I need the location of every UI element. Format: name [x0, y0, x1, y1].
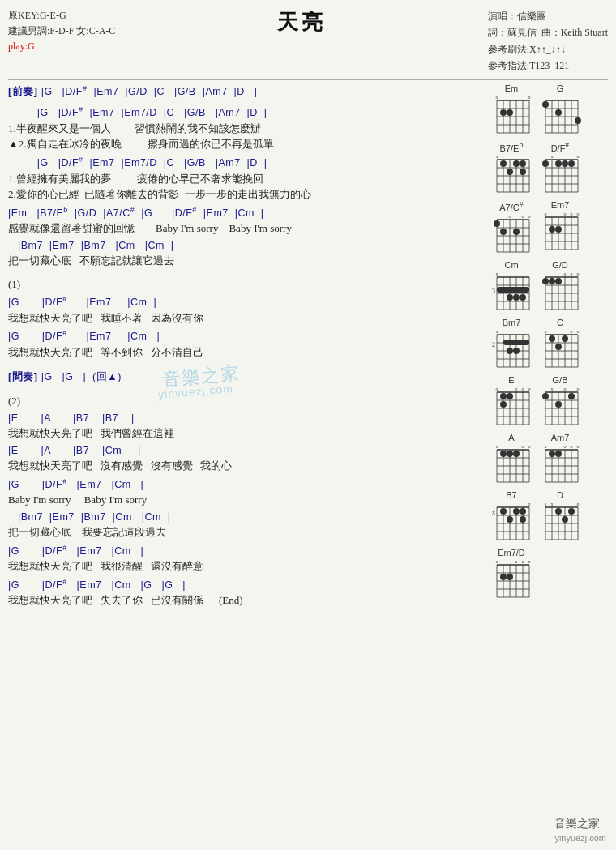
chord-bm7-label: Bm7 [503, 318, 521, 327]
svg-point-42 [520, 160, 526, 167]
svg-point-245 [500, 508, 507, 515]
svg-point-60 [568, 160, 575, 167]
svg-text:o: o [571, 271, 573, 276]
section-chorus2-c6: |G |D/F# |Em7 |Cm |G |G | 我想就快天亮了吧 失去了你 … [8, 577, 486, 609]
performer: 演唱：信樂團 [488, 8, 608, 24]
svg-point-12 [507, 109, 513, 116]
chord-row-a-am7: A [490, 433, 608, 485]
svg-text:o: o [509, 214, 511, 219]
chord-e-label: E [508, 375, 514, 385]
chorus1-lyric1: 我想就快天亮了吧 我睡不著 因為沒有你 [8, 310, 486, 327]
svg-text:o: o [571, 444, 573, 449]
svg-text:2: 2 [492, 341, 495, 348]
bridge-chord-line2: |Bm7 |Em7 |Bm7 |Cm |Cm | [8, 239, 486, 254]
chord-am7-grid: x o o o [539, 443, 581, 485]
chord-g: G [539, 83, 581, 136]
section-chorus2-c5: |G |D/F# |Em7 |Cm | 我想就快天亮了吧 我很清醒 還沒有醉意 [8, 543, 486, 574]
svg-point-176 [507, 393, 513, 399]
chord-am7: Am7 x [539, 433, 581, 485]
chord-row-cm-gd: Cm 3 [490, 260, 608, 313]
svg-point-40 [500, 160, 507, 167]
svg-text:o: o [564, 271, 567, 276]
svg-point-211 [507, 451, 513, 457]
header-divider [8, 79, 608, 80]
v1-lyric2: ▲2.獨自走在冰冷的夜晚 擦身而過的你已不再是孤單 [8, 136, 486, 152]
chord-d: D [539, 490, 581, 543]
svg-point-57 [542, 160, 549, 167]
chord-b7: B7 x [490, 490, 533, 543]
chorus2-label: (2) [8, 393, 486, 409]
page: 原KEY:G-E-G 建議男調:F-D-F 女:C-A-C play:G 天亮 … [0, 0, 616, 850]
chorus2-chord3: |G |D/F# |Em7 |Cm | [8, 476, 486, 493]
section-v1-c1: |G |D/F# |Em7 |Em7/D |C |G/B |Am7 |D | 1… [8, 105, 486, 152]
chord-diagrams: Em [490, 83, 608, 611]
suggest-keys: 建議男調:F-D-F 女:C-A-C [8, 23, 115, 39]
chord-em7d-label: Em7/D [498, 548, 525, 557]
chord-c-grid: x o o [539, 328, 581, 370]
svg-text:o: o [515, 559, 518, 564]
chord-cm: Cm 3 [490, 260, 533, 313]
chorus2-lyric1: 我想就快天亮了吧 我們曾經在這裡 [8, 425, 486, 442]
svg-point-59 [562, 160, 568, 167]
chord-row-a7cs-em7: A7/C# [490, 200, 608, 255]
key-info: 原KEY:G-E-G [8, 8, 115, 23]
v1-lyric1: 1.半夜醒來又是一個人 習慣熱鬧的我不知該怎麼辦 [8, 121, 486, 137]
section-chorus2-c2: |E |A |B7 |Cm | 我想就快天亮了吧 沒有感覺 沒有感覺 我的心 [8, 444, 486, 474]
svg-point-246 [513, 508, 520, 515]
svg-text:o: o [577, 387, 580, 391]
chord-a7cs-label: A7/C# [499, 200, 523, 212]
svg-point-26 [542, 101, 549, 108]
section-v1-c2: |G |D/F# |Em7 |Em7/D |C |G/B |Am7 |D | 1… [8, 155, 486, 203]
svg-text:o: o [528, 502, 531, 506]
chord-em7: Em7 o [539, 200, 581, 255]
chord-cm-label: Cm [504, 260, 518, 270]
svg-point-262 [555, 508, 562, 515]
svg-text:o: o [564, 444, 567, 449]
svg-point-248 [507, 516, 513, 523]
section-interlude: [間奏] |G |G | (回▲) [8, 369, 486, 385]
chord-row-e-gb: E [490, 375, 608, 428]
svg-text:o: o [571, 329, 573, 334]
svg-text:o: o [577, 271, 580, 276]
chord-b7-grid: x [490, 501, 533, 543]
chord-e: E [490, 375, 533, 428]
finger-ref: 參考指法:T123_121 [488, 58, 608, 74]
footer-logo: 音樂之家 yinyuezj.com [554, 817, 606, 844]
svg-point-160 [562, 335, 568, 342]
svg-point-58 [555, 160, 562, 167]
svg-text:o: o [522, 214, 524, 219]
svg-point-247 [520, 508, 526, 515]
section-chorus1-c1: |G |D/F# |Em7 |Cm | 我想就快天亮了吧 我睡不著 因為沒有你 [8, 294, 486, 326]
section-chorus1-label: (1) [8, 276, 486, 293]
svg-point-264 [562, 516, 568, 523]
chord-dfs: D/F# [539, 141, 581, 196]
svg-text:o: o [577, 502, 580, 506]
svg-text:o: o [564, 211, 567, 216]
svg-point-144 [507, 348, 513, 354]
chord-g-grid [539, 94, 581, 136]
svg-point-145 [513, 348, 520, 354]
chord-gd-grid: o o o [539, 271, 581, 313]
sheet-music: [前奏] |G |D/F# |Em7 |G/D |C |G/B |Am7 |D … [8, 83, 486, 611]
chorus2-lyric2: 我想就快天亮了吧 沒有感覺 沒有感覺 我的心 [8, 458, 486, 474]
svg-rect-143 [503, 340, 529, 345]
chord-am7-label: Am7 [551, 433, 570, 442]
chord-b7eb-label: B7/Eb [500, 141, 524, 153]
svg-point-44 [520, 169, 526, 175]
svg-text:o: o [571, 211, 573, 216]
svg-text:o: o [515, 387, 518, 391]
svg-text:o: o [577, 329, 580, 334]
svg-text:x: x [551, 387, 554, 391]
svg-text:o: o [522, 559, 524, 564]
svg-point-41 [513, 160, 520, 167]
svg-point-175 [500, 393, 507, 399]
svg-point-193 [542, 393, 549, 399]
chord-row-em7d: Em7/D o [490, 548, 608, 600]
lyricist-composer: 詞：蘇見信 曲：Keith Stuart [488, 24, 608, 41]
svg-text:x: x [545, 444, 547, 449]
chord-a-grid: x o o [490, 443, 533, 485]
section-chorus1-c2: |G |D/F# |Em7 |Cm | 我想就快天亮了吧 等不到你 分不清自己 [8, 328, 486, 360]
svg-text:x: x [492, 509, 495, 516]
svg-point-126 [549, 278, 555, 284]
chord-a7cs: A7/C# [490, 200, 533, 255]
